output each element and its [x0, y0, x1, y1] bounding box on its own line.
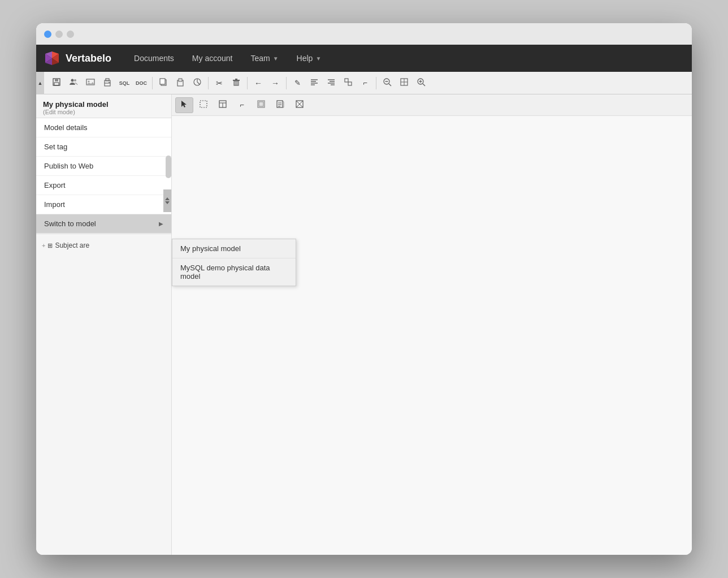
content-area: My physical model (Edit mode) Model deta… — [36, 94, 692, 555]
sidebar-header: My physical model (Edit mode) — [36, 94, 171, 118]
table-icon — [218, 100, 227, 110]
cross-tool-button[interactable] — [291, 97, 309, 113]
svg-rect-8 — [54, 83, 59, 85]
sidebar-item-export[interactable]: Export — [36, 176, 171, 195]
submenu-item-mysql-demo[interactable]: MySQL demo physical data model — [172, 258, 296, 286]
edit-button[interactable]: ✎ — [289, 75, 305, 91]
nav-item-my-account[interactable]: My account — [183, 45, 242, 72]
sidebar-item-set-tag[interactable]: Set tag — [36, 137, 171, 157]
delete-icon — [232, 77, 241, 88]
tree-item-subject-area[interactable]: + ⊞ Subject are — [36, 239, 171, 252]
svg-rect-36 — [348, 82, 352, 85]
sidebar-item-switch-to-model[interactable]: Switch to model ▶ — [36, 214, 171, 234]
svg-rect-35 — [345, 79, 348, 82]
note-icon — [276, 100, 285, 110]
chevron-down-mini — [165, 201, 170, 204]
team-dropdown-arrow: ▼ — [273, 55, 279, 62]
cut-button[interactable]: ✂ — [211, 75, 227, 91]
toolbar-sep-3 — [247, 77, 248, 89]
nav-item-help[interactable]: Help ▼ — [288, 45, 331, 72]
svg-point-9 — [71, 79, 74, 82]
align-right-icon — [327, 77, 336, 88]
sidebar-item-model-details[interactable]: Model details — [36, 118, 171, 137]
copy-button[interactable] — [155, 75, 171, 91]
select-icon — [180, 100, 189, 110]
doc-button[interactable]: DOC — [133, 75, 149, 91]
format-icon — [193, 77, 202, 88]
toolbar-scroll-up[interactable]: ▲ — [36, 72, 44, 94]
subject-area-tool-button[interactable] — [252, 97, 270, 113]
navbar: Vertabelo Documents My account Team ▼ He… — [36, 45, 692, 72]
close-button[interactable] — [44, 31, 51, 38]
diagram-area: ⌐ — [172, 94, 692, 555]
main-window: Vertabelo Documents My account Team ▼ He… — [36, 23, 692, 555]
submenu-arrow-icon: ▶ — [159, 221, 163, 227]
svg-rect-25 — [233, 80, 240, 81]
minimize-button[interactable] — [55, 31, 63, 38]
sidebar-tree: + ⊞ Subject are — [36, 234, 171, 257]
diagram-toolbar: ⌐ — [172, 94, 692, 116]
svg-rect-26 — [235, 79, 237, 80]
forward-button[interactable]: → — [267, 75, 283, 91]
paste-button[interactable] — [172, 75, 188, 91]
print-button[interactable] — [99, 75, 115, 91]
zoom-in-icon — [417, 77, 426, 88]
paste-icon — [176, 77, 185, 88]
sidebar-menu: Model details Set tag Publish to Web Exp… — [36, 118, 171, 234]
svg-rect-52 — [259, 102, 263, 106]
zoom-out-icon — [383, 77, 392, 88]
connector-tool-button[interactable]: ⌐ — [233, 97, 251, 113]
toolbar-sep-5 — [376, 77, 376, 89]
image-icon — [86, 77, 95, 88]
switch-to-model-submenu: My physical model MySQL demo physical da… — [172, 239, 296, 286]
sidebar-title: My physical model — [43, 100, 164, 109]
save-button[interactable] — [49, 75, 64, 91]
note-tool-button[interactable] — [271, 97, 289, 113]
sql-button[interactable]: SQL — [116, 75, 132, 91]
svg-rect-13 — [105, 83, 110, 86]
subject-area-icon: ⊞ — [47, 242, 53, 249]
svg-rect-17 — [160, 79, 165, 84]
vertabelo-logo-icon — [43, 49, 61, 67]
zoom-fit-button[interactable] — [396, 75, 412, 91]
align-left-button[interactable] — [306, 75, 322, 91]
nav-item-team[interactable]: Team ▼ — [241, 45, 287, 72]
svg-rect-15 — [109, 82, 110, 83]
svg-line-39 — [389, 84, 391, 86]
zoom-in-button[interactable] — [413, 75, 429, 91]
align-right-button[interactable] — [323, 75, 339, 91]
delete-button[interactable] — [228, 75, 244, 91]
users-button[interactable] — [66, 75, 81, 91]
format-button[interactable] — [189, 75, 205, 91]
submenu-item-my-physical-model[interactable]: My physical model — [172, 239, 296, 258]
align-left-icon — [310, 77, 319, 88]
chevron-up-icon: ▲ — [38, 80, 43, 86]
svg-rect-47 — [200, 101, 207, 107]
zoom-out-button[interactable] — [379, 75, 395, 91]
select-tool-button[interactable] — [175, 97, 193, 113]
print-icon — [103, 77, 112, 88]
svg-point-12 — [88, 81, 90, 83]
tree-expand-icon: + — [42, 242, 45, 249]
group-button[interactable] — [340, 75, 356, 91]
sidebar-item-publish-to-web[interactable]: Publish to Web — [36, 157, 171, 176]
maximize-button[interactable] — [67, 31, 74, 38]
sidebar-item-import[interactable]: Import — [36, 195, 171, 214]
save-icon — [52, 77, 61, 88]
zoom-fit-icon — [400, 77, 409, 88]
users-icon — [69, 77, 78, 88]
back-button[interactable]: ← — [250, 75, 266, 91]
corner-button[interactable]: ⌐ — [357, 75, 373, 91]
toolbar-sep-2 — [208, 77, 209, 89]
toolbar-sep-1 — [152, 77, 153, 89]
sidebar-chevron[interactable] — [163, 189, 171, 212]
titlebar — [36, 23, 692, 45]
subject-area-icon — [257, 100, 266, 110]
image-button[interactable] — [83, 75, 98, 91]
table-tool-button[interactable] — [214, 97, 232, 113]
nav-item-documents[interactable]: Documents — [125, 45, 183, 72]
help-dropdown-arrow: ▼ — [315, 55, 321, 62]
chevron-up-mini — [165, 197, 170, 200]
marquee-tool-button[interactable] — [194, 97, 213, 113]
svg-line-46 — [423, 84, 425, 86]
